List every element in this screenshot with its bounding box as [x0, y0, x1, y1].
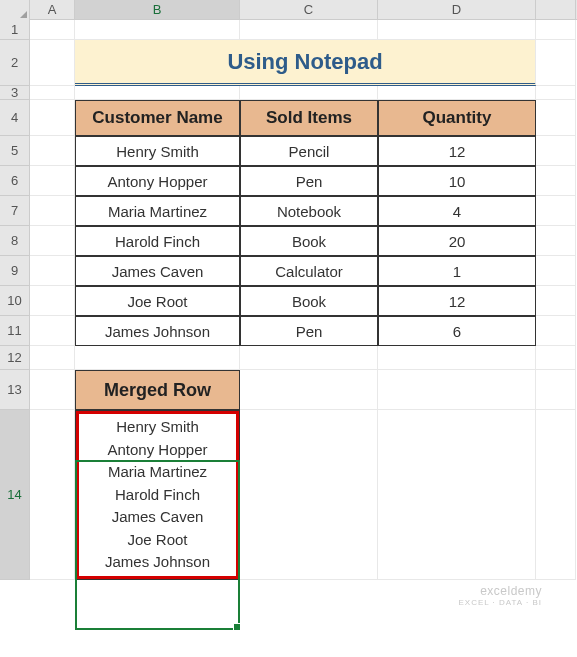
merged-value: Joe Root — [127, 529, 187, 552]
cell-A12[interactable] — [30, 346, 75, 370]
row-header-6[interactable]: 6 — [0, 166, 30, 196]
cell-E13[interactable] — [536, 370, 576, 410]
cell-D13[interactable] — [378, 370, 536, 410]
merged-value: James Johnson — [105, 551, 210, 574]
cell-A13[interactable] — [30, 370, 75, 410]
cell-A11[interactable] — [30, 316, 75, 346]
cell-D1[interactable] — [378, 20, 536, 40]
table-cell[interactable]: Notebook — [240, 196, 378, 226]
row-header-7[interactable]: 7 — [0, 196, 30, 226]
cell-A2[interactable] — [30, 40, 75, 86]
row-header-12[interactable]: 12 — [0, 346, 30, 370]
col-header-B[interactable]: B — [75, 0, 240, 19]
cell-B3[interactable] — [75, 86, 240, 100]
cells-area: Using Notepad Customer Name Sold Items Q… — [30, 20, 576, 580]
table-cell[interactable]: James Caven — [75, 256, 240, 286]
merged-value: Harold Finch — [115, 484, 200, 507]
row-header-9[interactable]: 9 — [0, 256, 30, 286]
cell-A14[interactable] — [30, 410, 75, 580]
cell-E1[interactable] — [536, 20, 576, 40]
cell-B1[interactable] — [75, 20, 240, 40]
header-sold[interactable]: Sold Items — [240, 100, 378, 136]
cell-A3[interactable] — [30, 86, 75, 100]
row-headers: 1 2 3 4 5 6 7 8 9 10 11 12 13 14 — [0, 20, 30, 580]
cell-A4[interactable] — [30, 100, 75, 136]
row-header-3[interactable]: 3 — [0, 86, 30, 100]
header-qty[interactable]: Quantity — [378, 100, 536, 136]
cell-E14[interactable] — [536, 410, 576, 580]
row-header-8[interactable]: 8 — [0, 226, 30, 256]
cell-B12[interactable] — [75, 346, 240, 370]
merged-row-header[interactable]: Merged Row — [75, 370, 240, 410]
header-customer[interactable]: Customer Name — [75, 100, 240, 136]
row-header-2[interactable]: 2 — [0, 40, 30, 86]
row-header-4[interactable]: 4 — [0, 100, 30, 136]
cell-E6[interactable] — [536, 166, 576, 196]
cell-E2[interactable] — [536, 40, 576, 86]
cell-D12[interactable] — [378, 346, 536, 370]
table-cell[interactable]: Harold Finch — [75, 226, 240, 256]
cell-A8[interactable] — [30, 226, 75, 256]
cell-E5[interactable] — [536, 136, 576, 166]
cell-A9[interactable] — [30, 256, 75, 286]
table-cell[interactable]: Calculator — [240, 256, 378, 286]
row-header-10[interactable]: 10 — [0, 286, 30, 316]
cell-D3[interactable] — [378, 86, 536, 100]
cell-A1[interactable] — [30, 20, 75, 40]
row-header-14[interactable]: 14 — [0, 410, 30, 580]
table-cell[interactable]: James Johnson — [75, 316, 240, 346]
table-cell[interactable]: Book — [240, 226, 378, 256]
col-header-C[interactable]: C — [240, 0, 378, 19]
table-cell[interactable]: Pencil — [240, 136, 378, 166]
cell-C3[interactable] — [240, 86, 378, 100]
table-cell[interactable]: Henry Smith — [75, 136, 240, 166]
cell-A6[interactable] — [30, 166, 75, 196]
spreadsheet: A B C D 1 2 3 4 5 6 7 8 9 10 11 12 13 14 — [0, 0, 577, 657]
merged-value: James Caven — [112, 506, 204, 529]
cell-A5[interactable] — [30, 136, 75, 166]
cell-D14[interactable] — [378, 410, 536, 580]
cell-E4[interactable] — [536, 100, 576, 136]
row-header-5[interactable]: 5 — [0, 136, 30, 166]
merged-value: Henry Smith — [116, 416, 199, 439]
table-cell[interactable]: Joe Root — [75, 286, 240, 316]
table-cell[interactable]: Book — [240, 286, 378, 316]
cell-E8[interactable] — [536, 226, 576, 256]
cell-E11[interactable] — [536, 316, 576, 346]
cell-E10[interactable] — [536, 286, 576, 316]
cell-C1[interactable] — [240, 20, 378, 40]
cell-A7[interactable] — [30, 196, 75, 226]
col-header-A[interactable]: A — [30, 0, 75, 19]
title-cell[interactable]: Using Notepad — [75, 40, 536, 86]
watermark-tag: EXCEL · DATA · BI — [458, 598, 542, 607]
table-cell[interactable]: 6 — [378, 316, 536, 346]
cell-E9[interactable] — [536, 256, 576, 286]
cell-C12[interactable] — [240, 346, 378, 370]
cell-E12[interactable] — [536, 346, 576, 370]
col-header-extra[interactable] — [536, 0, 576, 19]
table-cell[interactable]: Maria Martinez — [75, 196, 240, 226]
watermark: exceldemy EXCEL · DATA · BI — [458, 584, 542, 607]
table-cell[interactable]: 12 — [378, 136, 536, 166]
table-cell[interactable]: 4 — [378, 196, 536, 226]
row-header-13[interactable]: 13 — [0, 370, 30, 410]
cell-A10[interactable] — [30, 286, 75, 316]
cell-C14[interactable] — [240, 410, 378, 580]
table-cell[interactable]: 1 — [378, 256, 536, 286]
table-cell[interactable]: Antony Hopper — [75, 166, 240, 196]
table-cell[interactable]: Pen — [240, 316, 378, 346]
cell-E3[interactable] — [536, 86, 576, 100]
table-cell[interactable]: 20 — [378, 226, 536, 256]
cell-E7[interactable] — [536, 196, 576, 226]
row-header-11[interactable]: 11 — [0, 316, 30, 346]
select-all-corner[interactable] — [0, 0, 30, 20]
column-headers: A B C D — [0, 0, 577, 20]
cell-C13[interactable] — [240, 370, 378, 410]
table-cell[interactable]: Pen — [240, 166, 378, 196]
row-header-1[interactable]: 1 — [0, 20, 30, 40]
col-header-D[interactable]: D — [378, 0, 536, 19]
table-cell[interactable]: 10 — [378, 166, 536, 196]
table-cell[interactable]: 12 — [378, 286, 536, 316]
merged-value: Antony Hopper — [107, 439, 207, 462]
merged-row-cell[interactable]: Henry Smith Antony Hopper Maria Martinez… — [75, 410, 240, 580]
